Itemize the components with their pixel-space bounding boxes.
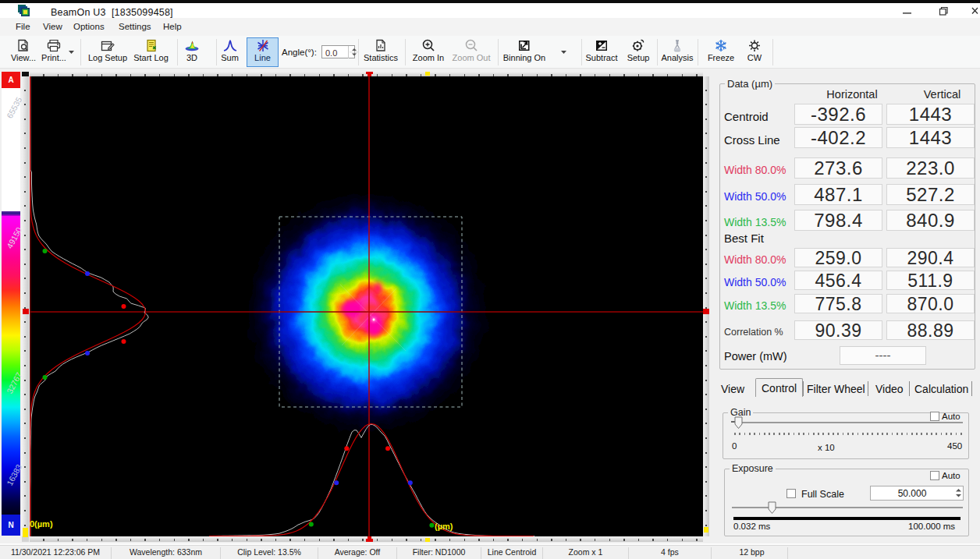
svg-text:(µm): (µm) [435,522,453,531]
svg-text:0(µm): 0(µm) [30,519,53,529]
